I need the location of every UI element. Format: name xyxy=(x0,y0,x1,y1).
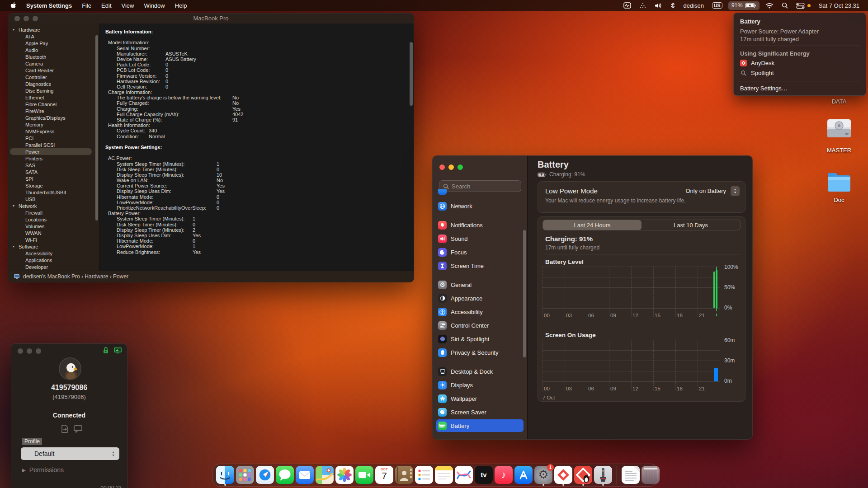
dock-item-notes[interactable] xyxy=(435,465,453,485)
tree-section-network[interactable]: ▾Network xyxy=(8,202,99,209)
tree-item-wwan[interactable]: WWAN xyxy=(8,230,99,236)
energy-app-anydesk[interactable]: AnyDesk xyxy=(740,60,774,66)
sidebar-item-control-center[interactable]: Control Center xyxy=(433,319,527,332)
volume-menu-icon[interactable] xyxy=(651,0,666,11)
content-scrollbar[interactable] xyxy=(410,42,413,106)
minimize-button[interactable] xyxy=(448,164,454,170)
dock-item-contacts[interactable] xyxy=(395,465,413,485)
dock-item-photos[interactable] xyxy=(335,465,354,485)
tree-item-power[interactable]: Power xyxy=(8,148,99,155)
control-center-menu-icon[interactable] xyxy=(792,0,815,11)
search-input[interactable]: Search xyxy=(439,180,521,192)
spotlight-menu-icon[interactable] xyxy=(778,0,792,11)
menu-clock[interactable]: Sat 7 Oct 23.31 xyxy=(815,0,863,11)
dock-item-calendar[interactable]: OCT7 xyxy=(375,465,393,485)
sidebar-item-notifications[interactable]: Notifications xyxy=(433,218,527,232)
dock-item-maps[interactable] xyxy=(316,465,334,485)
tab-last-10-days[interactable]: Last 10 Days xyxy=(642,220,740,230)
dock-item-mail[interactable] xyxy=(296,465,314,485)
dock-item-messages[interactable] xyxy=(276,465,294,485)
tree-item-parallel-scsi[interactable]: Parallel SCSI xyxy=(8,141,99,148)
menu-view[interactable]: View xyxy=(117,0,139,11)
tree-item-sata[interactable]: SATA xyxy=(8,169,99,175)
tree-item-ata[interactable]: ATA xyxy=(8,33,99,40)
file-transfer-icon[interactable] xyxy=(60,424,69,433)
dock-item-trash[interactable] xyxy=(642,465,660,485)
sidebar-item-wallpaper[interactable]: Wallpaper xyxy=(433,392,527,405)
tree-item-spi[interactable]: SPI xyxy=(8,175,99,182)
dock-item-anydesk-alt[interactable] xyxy=(574,465,592,485)
sidebar-item-displays[interactable]: Displays xyxy=(433,378,527,392)
sidebar-item-screen-saver[interactable]: Screen Saver xyxy=(433,405,527,419)
close-button[interactable] xyxy=(18,348,23,354)
chat-icon[interactable] xyxy=(74,425,82,433)
sidebar-item-accessibility[interactable]: Accessibility xyxy=(433,305,527,319)
minimize-button[interactable] xyxy=(27,348,32,354)
dotted-grid-menu-icon[interactable] xyxy=(635,0,651,11)
waveform-menu-icon[interactable] xyxy=(619,0,635,11)
desktop-icon-doc[interactable]: Doc xyxy=(821,171,857,203)
tree-item-applications[interactable]: Applications xyxy=(8,257,99,263)
dock-item-appletv[interactable]: tv xyxy=(475,465,493,485)
bluetooth-menu-icon[interactable] xyxy=(666,0,679,11)
desktop-icon-master[interactable]: MASTER xyxy=(821,116,857,154)
tree-item-camera[interactable]: Camera xyxy=(8,60,99,67)
profile-select[interactable]: Default ▲▼ xyxy=(21,447,119,460)
dock-item-appstore[interactable] xyxy=(514,465,533,485)
menu-window[interactable]: Window xyxy=(139,0,170,11)
breadcrumb[interactable]: dedisen's MacBook Pro › Hardware › Power xyxy=(23,273,128,280)
wifi-menu-icon[interactable] xyxy=(761,0,778,11)
zoom-button[interactable] xyxy=(36,348,41,354)
tree-item-nvmexpress[interactable]: NVMExpress xyxy=(8,128,99,135)
sidebar-item-sound[interactable]: Sound xyxy=(433,232,527,245)
sidebar-item-siri-spotlight[interactable]: Siri & Spotlight xyxy=(433,332,527,346)
menu-file[interactable]: File xyxy=(77,0,96,11)
dock-item-reminders[interactable] xyxy=(415,465,433,485)
dock-item-freeform[interactable] xyxy=(455,465,473,485)
sidebar-item-battery[interactable]: Battery xyxy=(433,419,527,432)
sidebar-item-privacy-security[interactable]: Privacy & Security xyxy=(433,346,527,359)
close-button[interactable] xyxy=(439,164,445,170)
tree-item-bluetooth[interactable]: Bluetooth xyxy=(8,53,99,60)
dock-item-crimper[interactable] xyxy=(594,465,612,485)
sidebar-item-desktop-dock[interactable]: Desktop & Dock xyxy=(433,365,527,378)
sidebar-item-network[interactable]: Network xyxy=(433,199,527,213)
keyboard-layout-badge[interactable]: US xyxy=(708,0,726,11)
tab-last-24-hours[interactable]: Last 24 Hours xyxy=(543,220,642,230)
tree-item-usb[interactable]: USB xyxy=(8,196,99,202)
sidebar-scrollbar[interactable] xyxy=(95,35,98,221)
dock-item-safari[interactable] xyxy=(256,465,274,485)
tree-item-pci[interactable]: PCI xyxy=(8,135,99,141)
tree-item-wi-fi[interactable]: Wi-Fi xyxy=(8,236,99,243)
tree-item-diagnostics[interactable]: Diagnostics xyxy=(8,80,99,87)
window-titlebar[interactable]: MacBook Pro xyxy=(8,14,414,23)
dock-item-textedit[interactable] xyxy=(622,465,640,485)
tree-section-hardware[interactable]: ▾Hardware xyxy=(8,26,99,33)
low-power-mode-stepper[interactable]: ▲▼ xyxy=(731,186,740,196)
tree-item-sas[interactable]: SAS xyxy=(8,162,99,169)
tree-item-fibre-channel[interactable]: Fibre Channel xyxy=(8,101,99,108)
tree-item-accessibility[interactable]: Accessibility xyxy=(8,250,99,257)
menu-user-name[interactable]: dedisen xyxy=(679,0,708,11)
menu-help[interactable]: Help xyxy=(170,0,192,11)
tree-item-firewall[interactable]: Firewall xyxy=(8,209,99,216)
desktop-icon-data[interactable]: DATA xyxy=(821,97,857,105)
tree-item-locations[interactable]: Locations xyxy=(8,216,99,223)
tree-item-thunderbolt-usb4[interactable]: Thunderbolt/USB4 xyxy=(8,189,99,196)
sidebar-item-screen-time[interactable]: Screen Time xyxy=(433,259,527,272)
tree-item-ethernet[interactable]: Ethernet xyxy=(8,94,99,101)
tree-item-firewire[interactable]: FireWire xyxy=(8,108,99,114)
apple-menu[interactable] xyxy=(5,0,21,11)
battery-menu-extra[interactable]: 91% xyxy=(728,1,760,10)
tree-item-card-reader[interactable]: Card Reader xyxy=(8,67,99,74)
tree-item-storage[interactable]: Storage xyxy=(8,182,99,189)
tree-item-developer[interactable]: Developer xyxy=(8,263,99,270)
tree-item-graphics-displays[interactable]: Graphics/Displays xyxy=(8,114,99,121)
tree-item-volumes[interactable]: Volumes xyxy=(8,223,99,230)
dock-item-anydesk[interactable] xyxy=(554,465,572,485)
dock-item-system-settings[interactable]: ⚙1 xyxy=(534,465,552,485)
dock-item-finder[interactable] xyxy=(216,465,234,485)
dock-item-facetime[interactable] xyxy=(355,465,373,485)
sidebar-item-focus[interactable]: Focus xyxy=(433,245,527,259)
permissions-disclosure[interactable]: ▶ Permissions xyxy=(22,466,64,474)
